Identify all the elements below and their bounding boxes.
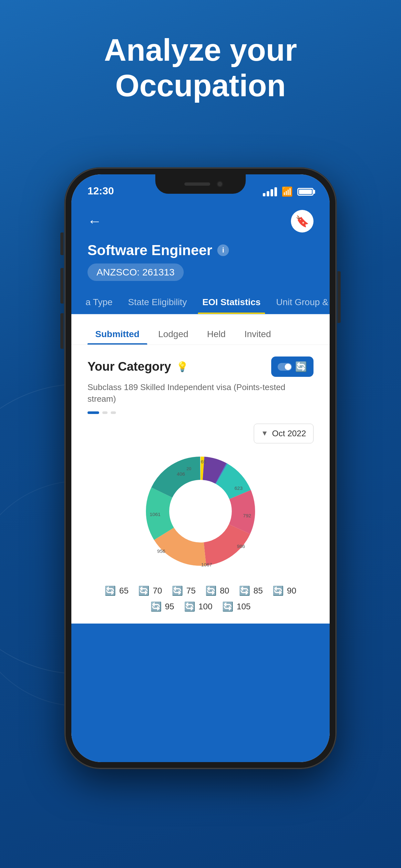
legend-label-105: 105 xyxy=(237,601,251,612)
legend-label-75: 75 xyxy=(186,586,196,596)
legend-label-80: 80 xyxy=(220,586,229,596)
side-button-vol-down xyxy=(60,313,64,349)
label-986: 986 xyxy=(237,544,245,549)
toggle-dot xyxy=(285,364,291,370)
date-selector-text: Oct 2022 xyxy=(272,429,306,438)
label-65: 65 xyxy=(201,459,206,464)
occupation-header: Software Engineer i ANZSCO: 261313 xyxy=(71,239,330,290)
info-icon[interactable]: i xyxy=(217,244,229,256)
top-nav: ← 🔖 xyxy=(71,200,330,239)
label-406: 406 xyxy=(177,471,185,476)
occupation-name: Software Engineer xyxy=(88,242,212,258)
refresh-button[interactable]: 🔄 xyxy=(271,356,313,377)
legend-item-100: 🔄 100 xyxy=(184,601,212,612)
hero-line1: Analyze your xyxy=(26,32,375,68)
chart-header: ▼ Oct 2022 xyxy=(88,424,313,443)
bookmark-button[interactable]: 🔖 xyxy=(291,210,313,232)
tab-unit-group[interactable]: Unit Group & Gen xyxy=(268,290,330,314)
side-button-vol-up xyxy=(60,268,64,304)
legend-icon-70: 🔄 xyxy=(138,585,150,596)
category-title-text: Your Category xyxy=(88,360,171,374)
date-selector[interactable]: ▼ Oct 2022 xyxy=(254,424,313,443)
anzsco-badge: ANZSCO: 261313 xyxy=(88,264,184,281)
legend-item-85: 🔄 85 xyxy=(239,585,263,596)
legend-icon-80: 🔄 xyxy=(205,585,217,596)
category-description: Subclass 189 Skilled Independent visa (P… xyxy=(88,381,313,405)
legend-item-80: 🔄 80 xyxy=(205,585,229,596)
legend-icon-90: 🔄 xyxy=(273,585,284,596)
speaker xyxy=(184,182,210,186)
notch xyxy=(155,175,246,194)
legend-item-90: 🔄 90 xyxy=(273,585,297,596)
legend-label-100: 100 xyxy=(198,601,212,612)
legend-grid: 🔄 65 🔄 70 🔄 75 xyxy=(88,585,313,612)
label-1061: 1061 xyxy=(150,512,161,517)
hero-line2: Occupation xyxy=(26,68,375,103)
category-header: Your Category 💡 🔄 xyxy=(88,356,313,377)
label-956: 956 xyxy=(157,548,165,554)
legend-icon-65: 🔄 xyxy=(104,585,116,596)
status-time: 12:30 xyxy=(88,185,114,197)
wifi-icon: 📶 xyxy=(281,186,293,197)
refresh-icon: 🔄 xyxy=(295,361,307,372)
legend-label-95: 95 xyxy=(165,601,174,612)
signal-bar-1 xyxy=(263,193,266,196)
legend-item-70: 🔄 70 xyxy=(138,585,162,596)
label-20: 20 xyxy=(187,466,191,471)
legend-item-65: 🔄 65 xyxy=(104,585,128,596)
chevron-down-icon: ▼ xyxy=(261,429,268,438)
side-button-mute xyxy=(60,232,64,255)
pagination-dot-2 xyxy=(102,411,107,414)
sub-tab-submitted[interactable]: Submitted xyxy=(88,324,147,345)
bookmark-icon: 🔖 xyxy=(296,215,309,228)
label-1067: 1067 xyxy=(201,562,212,567)
tab-visa-type[interactable]: a Type xyxy=(78,290,120,314)
back-button[interactable]: ← xyxy=(88,213,102,229)
chart-container: 65 406 20 623 792 986 1067 956 1061 xyxy=(88,450,313,572)
legend-item-95: 🔄 95 xyxy=(150,601,174,612)
sub-tab-invited[interactable]: Invited xyxy=(237,324,279,345)
legend-label-90: 90 xyxy=(287,586,297,596)
donut-chart-svg: 65 406 20 623 792 986 1067 956 1061 xyxy=(139,450,262,572)
sub-tab-lodged[interactable]: Lodged xyxy=(150,324,196,345)
signal-bar-4 xyxy=(274,187,277,196)
toggle-switch xyxy=(278,363,292,371)
main-tab-bar: a Type State Eligibility EOI Statistics … xyxy=(71,290,330,314)
signal-bar-3 xyxy=(271,189,273,196)
label-623: 623 xyxy=(235,485,243,491)
legend-icon-95: 🔄 xyxy=(150,601,162,612)
label-792: 792 xyxy=(243,513,251,518)
tab-eoi-statistics[interactable]: EOI Statistics xyxy=(195,290,269,314)
pagination-dot-3 xyxy=(111,411,116,414)
category-left: Your Category 💡 xyxy=(88,360,188,374)
legend-icon-100: 🔄 xyxy=(184,601,195,612)
legend-icon-105: 🔄 xyxy=(222,601,234,612)
category-section: Your Category 💡 🔄 Subclass 189 Skilled I… xyxy=(71,345,330,624)
tab-state-eligibility[interactable]: State Eligibility xyxy=(120,290,195,314)
legend-icon-75: 🔄 xyxy=(172,585,183,596)
bulb-icon: 💡 xyxy=(176,361,188,372)
chart-center xyxy=(170,480,231,542)
legend-label-70: 70 xyxy=(153,586,162,596)
battery-fill xyxy=(299,190,312,194)
legend-label-65: 65 xyxy=(119,586,128,596)
pagination-dots xyxy=(88,411,313,414)
app-content: ← 🔖 Software Engineer i ANZSCO: 261313 a… xyxy=(71,200,330,762)
legend-icon-85: 🔄 xyxy=(239,585,250,596)
signal-bars xyxy=(263,187,277,196)
sub-tab-held[interactable]: Held xyxy=(199,324,234,345)
status-icons: 📶 xyxy=(263,186,313,197)
phone-screen: 12:30 📶 ← xyxy=(71,175,330,762)
phone-wrapper: 12:30 📶 ← xyxy=(65,168,336,769)
hero-text: Analyze your Occupation xyxy=(0,32,401,104)
legend-item-75: 🔄 75 xyxy=(172,585,196,596)
side-button-power xyxy=(337,271,341,323)
sub-tab-bar: Submitted Lodged Held Invited xyxy=(71,314,330,345)
legend-label-85: 85 xyxy=(253,586,263,596)
pagination-dot-1 xyxy=(88,411,99,414)
signal-bar-2 xyxy=(267,191,269,196)
battery-icon xyxy=(297,188,313,196)
phone-frame: 12:30 📶 ← xyxy=(65,168,336,769)
card-section: Submitted Lodged Held Invited Your Categ… xyxy=(71,314,330,624)
occupation-title: Software Engineer i xyxy=(88,242,313,258)
